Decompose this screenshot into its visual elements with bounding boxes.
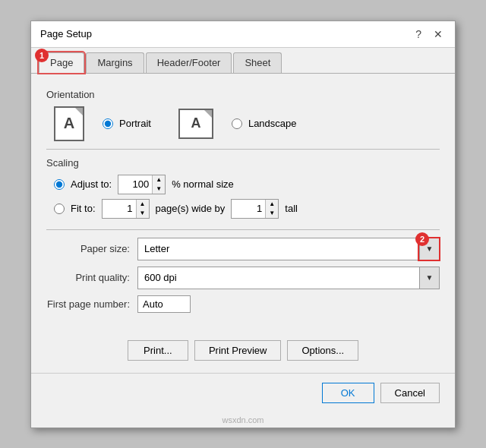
title-bar: Page Setup ? ✕ [31,21,455,48]
fit-to-option[interactable]: Fit to: [54,203,96,214]
paper-size-arrow[interactable]: ▼ 2 [419,238,439,260]
scaling-label: Scaling [46,157,440,169]
divider-1 [46,149,440,150]
page-setup-dialog: Page Setup ? ✕ Page 1 Margins Header/Foo… [30,21,456,428]
tab-header-footer[interactable]: Header/Footer [146,52,232,73]
tab-sheet-label: Sheet [245,57,270,68]
print-quality-label: Print quality: [46,272,130,283]
landscape-radio[interactable] [232,118,242,129]
tab-page-badge: 1 [35,49,49,62]
portrait-radio[interactable] [103,118,113,129]
tab-header-footer-label: Header/Footer [157,57,221,68]
adjust-to-spin-down[interactable]: ▼ [153,185,165,194]
fit-tall-input[interactable]: 1 [232,200,265,218]
ok-button[interactable]: OK [322,383,374,403]
fit-to-row: Fit to: 1 ▲ ▼ page(s) wide by 1 ▲ ▼ [54,199,440,219]
adjust-to-row: Adjust to: 100 ▲ ▼ % normal size [54,175,440,194]
adjust-to-spinner-buttons: ▲ ▼ [152,175,165,194]
scaling-section: Adjust to: 100 ▲ ▼ % normal size Fit to: [46,175,440,219]
paper-size-select[interactable]: Letter ▼ 2 [137,238,440,260]
tab-page[interactable]: Page 1 [39,52,84,73]
adjust-to-input[interactable]: 100 [118,175,152,194]
adjust-to-option[interactable]: Adjust to: [54,178,112,190]
title-bar-controls: ? ✕ [412,27,446,41]
fit-wide-spin-down[interactable]: ▼ [137,209,149,218]
orientation-row: A Portrait A Landscape [54,106,440,141]
orientation-label: Orientation [46,89,440,100]
fit-tall-suffix: tall [285,203,298,214]
ok-cancel-row: OK Cancel [31,373,455,415]
fit-tall-spin-down[interactable]: ▼ [266,209,278,218]
first-page-number-row: First page number: Auto [46,295,440,313]
divider-2 [46,229,440,230]
portrait-letter: A [64,115,74,132]
landscape-label: Landscape [248,118,297,129]
fit-tall-spin-up[interactable]: ▲ [266,200,278,209]
print-quality-value: 600 dpi [138,269,419,286]
tab-margins-label: Margins [97,57,132,68]
print-quality-select[interactable]: 600 dpi ▼ [137,267,440,289]
fit-tall-spinner: 1 ▲ ▼ [231,199,279,219]
first-page-number-input[interactable]: Auto [137,295,191,313]
print-quality-row: Print quality: 600 dpi ▼ [46,267,440,289]
landscape-icon: A [178,109,213,139]
portrait-icon: A [54,106,84,141]
fit-to-radio[interactable] [54,203,65,214]
paper-size-value: Letter [138,240,419,257]
paper-size-chevron-icon: ▼ [426,245,434,253]
fit-to-label: Fit to: [71,203,96,214]
fit-wide-input[interactable]: 1 [103,200,136,218]
adjust-to-radio[interactable] [54,179,65,190]
watermark: wsxdn.com [31,415,455,427]
landscape-option[interactable]: Landscape [232,118,297,129]
print-quality-arrow[interactable]: ▼ [419,267,439,289]
print-button[interactable]: Print... [128,340,188,361]
content-area: Orientation A Portrait A Landscape S [31,74,455,331]
paper-size-label: Paper size: [46,243,130,254]
print-preview-button[interactable]: Print Preview [194,340,282,361]
print-quality-chevron-icon: ▼ [426,273,434,282]
portrait-option[interactable]: Portrait [103,118,151,129]
fit-wide-spin-up[interactable]: ▲ [137,200,149,209]
cancel-button[interactable]: Cancel [380,383,440,403]
first-page-number-label: First page number: [46,298,130,310]
adjust-to-label: Adjust to: [71,178,112,190]
tab-margins[interactable]: Margins [86,52,144,73]
adjust-to-spin-up[interactable]: ▲ [153,175,165,185]
portrait-label: Portrait [119,118,151,129]
help-button[interactable]: ? [412,27,424,41]
close-button[interactable]: ✕ [431,27,446,41]
bottom-buttons: Print... Print Preview Options... [31,331,455,373]
tab-bar: Page 1 Margins Header/Footer Sheet [31,48,455,74]
fit-wide-spinner-buttons: ▲ ▼ [136,200,149,218]
adjust-to-suffix: % normal size [172,178,234,190]
adjust-to-spinner: 100 ▲ ▼ [118,175,166,194]
fit-wide-spinner: 1 ▲ ▼ [102,199,150,219]
paper-size-badge: 2 [415,232,429,246]
landscape-letter: A [191,115,200,131]
fit-tall-spinner-buttons: ▲ ▼ [265,200,278,218]
dialog-title: Page Setup [40,28,92,39]
paper-size-row: Paper size: Letter ▼ 2 [46,238,440,260]
tab-sheet[interactable]: Sheet [233,52,282,73]
fit-wide-suffix: page(s) wide by [156,203,226,214]
options-button[interactable]: Options... [287,340,358,361]
tab-page-label: Page [50,57,73,68]
